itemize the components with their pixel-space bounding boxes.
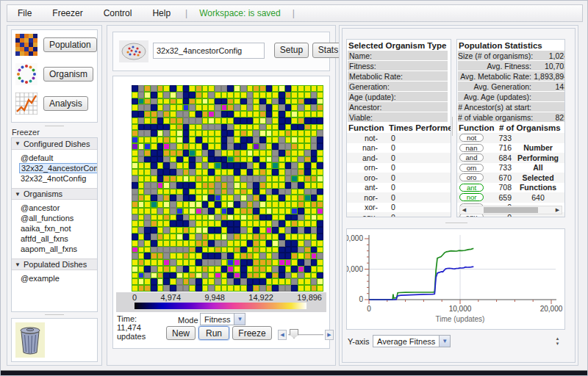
- dish-cell[interactable]: [227, 227, 234, 234]
- dish-cell[interactable]: [183, 156, 190, 163]
- dish-cell[interactable]: [247, 104, 254, 111]
- dish-cell[interactable]: [183, 162, 190, 169]
- dish-cell[interactable]: [259, 162, 266, 169]
- dish-cell[interactable]: [144, 104, 151, 111]
- dish-cell[interactable]: [132, 111, 138, 118]
- dish-cell[interactable]: [298, 92, 304, 98]
- dish-cell[interactable]: [163, 182, 170, 189]
- dish-cell[interactable]: [266, 169, 273, 176]
- dish-cell[interactable]: [138, 118, 145, 124]
- dish-cell[interactable]: [266, 92, 273, 98]
- dish-cell[interactable]: [240, 124, 247, 131]
- dish-cell[interactable]: [240, 208, 247, 214]
- dish-cell[interactable]: [304, 259, 311, 266]
- dish-cell[interactable]: [176, 182, 183, 189]
- dish-cell[interactable]: [138, 143, 145, 150]
- dish-cell[interactable]: [304, 240, 311, 247]
- dish-cell[interactable]: [202, 182, 209, 189]
- dish-cell[interactable]: [189, 259, 196, 266]
- dish-cell[interactable]: [240, 156, 247, 163]
- dish-cell[interactable]: [253, 214, 259, 221]
- dish-cell[interactable]: [215, 156, 221, 163]
- dish-cell[interactable]: [259, 156, 266, 163]
- dish-cell[interactable]: [304, 111, 311, 118]
- dish-cell[interactable]: [208, 176, 215, 182]
- dish-cell[interactable]: [183, 195, 190, 201]
- dish-cell[interactable]: [311, 118, 318, 124]
- dish-cell[interactable]: [196, 266, 202, 272]
- dish-cell[interactable]: [227, 150, 234, 156]
- dish-cell[interactable]: [247, 130, 254, 137]
- dish-cell[interactable]: [227, 201, 234, 208]
- menu-item-freezer[interactable]: Freezer: [42, 8, 93, 18]
- dish-cell[interactable]: [247, 176, 254, 182]
- dish-cell[interactable]: [176, 247, 183, 253]
- dish-cell[interactable]: [196, 169, 202, 176]
- dish-cell[interactable]: [189, 156, 196, 163]
- dish-cell[interactable]: [279, 189, 285, 195]
- dish-cell[interactable]: [266, 98, 273, 105]
- dish-cell[interactable]: [144, 189, 151, 195]
- dish-cell[interactable]: [183, 240, 190, 247]
- dish-cell[interactable]: [234, 182, 240, 189]
- dish-cell[interactable]: [291, 278, 298, 285]
- dish-cell[interactable]: [240, 176, 247, 182]
- dish-cell[interactable]: [157, 278, 164, 285]
- dish-cell[interactable]: [298, 104, 304, 111]
- dish-cell[interactable]: [259, 259, 266, 266]
- dish-cell[interactable]: [183, 182, 190, 189]
- dish-cell[interactable]: [189, 214, 196, 221]
- dish-cell[interactable]: [151, 143, 157, 150]
- dish-cell[interactable]: [253, 253, 259, 259]
- dish-cell[interactable]: [196, 111, 202, 118]
- dish-cell[interactable]: [247, 247, 254, 253]
- dish-cell[interactable]: [170, 118, 176, 124]
- dish-cell[interactable]: [151, 118, 157, 124]
- dish-cell[interactable]: [253, 272, 259, 279]
- dish-cell[interactable]: [234, 220, 240, 227]
- dish-cell[interactable]: [253, 240, 259, 247]
- dish-cell[interactable]: [138, 182, 145, 189]
- dish-cell[interactable]: [176, 169, 183, 176]
- dish-cell[interactable]: [157, 201, 164, 208]
- dish-cell[interactable]: [247, 124, 254, 131]
- dish-cell[interactable]: [157, 214, 164, 221]
- population-icon[interactable]: [15, 34, 37, 56]
- dish-cell[interactable]: [221, 104, 228, 111]
- dish-cell[interactable]: [259, 104, 266, 111]
- dish-cell[interactable]: [247, 169, 254, 176]
- dish-cell[interactable]: [221, 214, 228, 221]
- dish-cell[interactable]: [202, 214, 209, 221]
- dish-cell[interactable]: [272, 104, 279, 111]
- dish-cell[interactable]: [215, 182, 221, 189]
- dish-cell[interactable]: [311, 227, 318, 234]
- dish-cell[interactable]: [208, 156, 215, 163]
- dish-cell[interactable]: [240, 111, 247, 118]
- dish-cell[interactable]: [279, 247, 285, 253]
- dish-cell[interactable]: [317, 266, 323, 272]
- dish-cell[interactable]: [196, 92, 202, 98]
- dish-cell[interactable]: [189, 162, 196, 169]
- dish-cell[interactable]: [144, 111, 151, 118]
- dish-cell[interactable]: [215, 162, 221, 169]
- dish-cell[interactable]: [285, 278, 292, 285]
- dish-cell[interactable]: [253, 104, 259, 111]
- dish-cell[interactable]: [317, 253, 323, 259]
- dish-cell[interactable]: [196, 227, 202, 234]
- panel-splitter-horizontal[interactable]: [445, 223, 467, 224]
- dish-cell[interactable]: [304, 98, 311, 105]
- dish-cell[interactable]: [285, 247, 292, 253]
- dish-cell[interactable]: [202, 118, 209, 124]
- dish-cell[interactable]: [259, 92, 266, 98]
- dish-cell[interactable]: [291, 85, 298, 92]
- dish-cell[interactable]: [183, 220, 190, 227]
- dish-cell[interactable]: [138, 259, 145, 266]
- dish-cell[interactable]: [208, 247, 215, 253]
- dish-cell[interactable]: [151, 85, 157, 92]
- dish-cell[interactable]: [138, 169, 145, 176]
- dish-cell[interactable]: [266, 272, 273, 279]
- dish-cell[interactable]: [266, 118, 273, 124]
- dish-cell[interactable]: [311, 285, 318, 292]
- dish-cell[interactable]: [311, 150, 318, 156]
- dish-cell[interactable]: [208, 272, 215, 279]
